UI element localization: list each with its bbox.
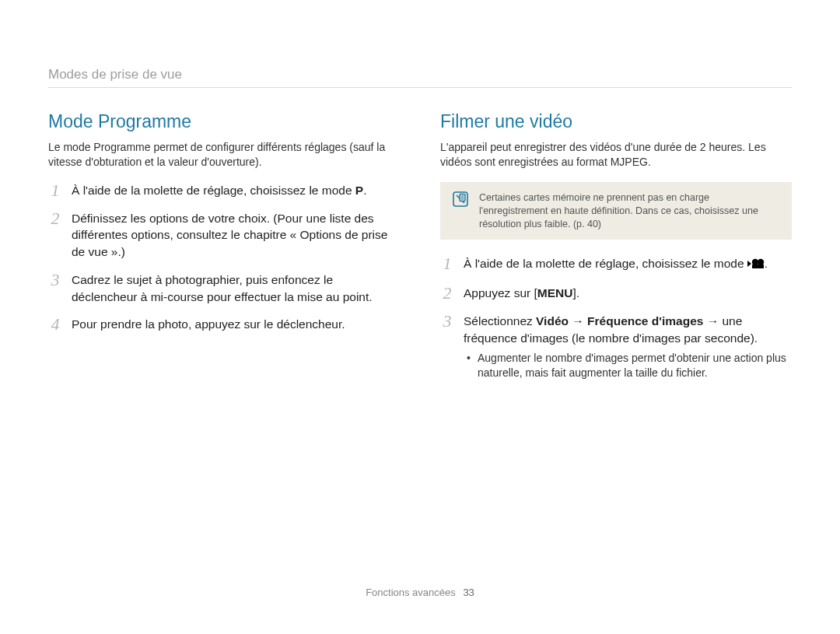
page-footer: Fonctions avancées 33 (0, 587, 840, 598)
step-1: 1 À l'aide de la molette de réglage, cho… (440, 255, 792, 274)
arrow: → (703, 314, 722, 328)
mode-p-icon: P (355, 184, 363, 197)
step-text-post: . (363, 184, 366, 197)
steps-filmer-video: 1 À l'aide de la molette de réglage, cho… (440, 255, 792, 380)
arrow: → (569, 314, 587, 328)
step-text-pre: Sélectionnez (464, 314, 536, 328)
page-number: 33 (463, 587, 474, 598)
note-text: Certaines cartes mémoire ne prennent pas… (479, 191, 779, 231)
heading-filmer-video: Filmer une vidéo (440, 111, 792, 132)
step-3: 3 Sélectionnez Vidéo → Fréquence d'image… (440, 313, 792, 380)
menu-path-video: Vidéo (536, 314, 569, 328)
step-4: 4 Pour prendre la photo, appuyez sur le … (48, 316, 400, 333)
column-mode-programme: Mode Programme Le mode Programme permet … (48, 111, 400, 391)
step-number: 2 (440, 285, 454, 302)
column-filmer-video: Filmer une vidéo L'appareil peut enregis… (440, 111, 792, 391)
step-3: 3 Cadrez le sujet à photographier, puis … (48, 271, 400, 305)
video-mode-icon (747, 257, 765, 274)
menu-label: MENU (537, 286, 573, 299)
step-2: 2 Appuyez sur [MENU]. (440, 285, 792, 302)
heading-mode-programme: Mode Programme (48, 111, 400, 132)
menu-path-frequence: Fréquence d'images (587, 314, 703, 328)
step-number: 1 (440, 255, 454, 272)
step-1: 1 À l'aide de la molette de réglage, cho… (48, 182, 400, 199)
step-text-pre: À l'aide de la molette de réglage, chois… (464, 257, 747, 270)
step-body: Pour prendre la photo, appuyez sur le dé… (72, 316, 400, 333)
footer-section: Fonctions avancées (366, 587, 456, 598)
step-number: 2 (48, 210, 62, 227)
step-body: Appuyez sur [MENU]. (464, 285, 792, 302)
note-icon (453, 191, 468, 210)
step-number: 3 (440, 313, 454, 330)
step-number: 4 (48, 316, 62, 333)
svg-marker-5 (747, 261, 751, 267)
intro-mode-programme: Le mode Programme permet de configurer d… (48, 140, 400, 170)
intro-filmer-video: L'appareil peut enregistrer des vidéos d… (440, 140, 792, 170)
step-text-post: ]. (572, 286, 579, 299)
step-body: Cadrez le sujet à photographier, puis en… (72, 271, 400, 305)
steps-mode-programme: 1 À l'aide de la molette de réglage, cho… (48, 182, 400, 333)
breadcrumb: Modes de prise de vue (48, 67, 792, 88)
svg-point-7 (758, 259, 764, 265)
step-2: 2 Définissez les options de votre choix.… (48, 210, 400, 261)
step-number: 1 (48, 182, 62, 199)
step-body: À l'aide de la molette de réglage, chois… (464, 255, 792, 274)
step-text-pre: À l'aide de la molette de réglage, chois… (72, 184, 355, 197)
page: Modes de prise de vue Mode Programme Le … (0, 0, 840, 634)
step-number: 3 (48, 271, 62, 289)
step-text-post: . (765, 257, 768, 270)
step-body: Définissez les options de votre choix. (… (72, 210, 400, 261)
step-body: Sélectionnez Vidéo → Fréquence d'images … (464, 313, 792, 380)
svg-rect-8 (752, 264, 764, 268)
note-box: Certaines cartes mémoire ne prennent pas… (440, 182, 792, 240)
step-text-pre: Appuyez sur [ (464, 286, 537, 299)
content-columns: Mode Programme Le mode Programme permet … (48, 111, 792, 391)
sub-bullet-list: Augmenter le nombre d'images permet d'ob… (464, 351, 792, 380)
sub-bullet: Augmenter le nombre d'images permet d'ob… (467, 351, 792, 380)
step-body: À l'aide de la molette de réglage, chois… (72, 182, 400, 199)
